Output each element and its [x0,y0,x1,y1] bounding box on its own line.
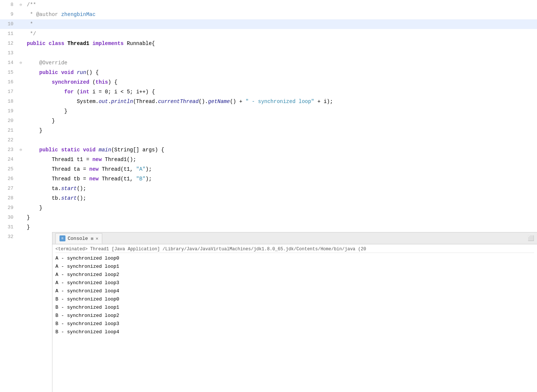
line-number-26: 26 [0,174,18,184]
console-tab-symbol: ⊠ [91,236,94,241]
code-content-30: } [24,213,30,222]
console-tab[interactable]: Console ⊠ ✕ [55,233,102,244]
console-output-line-10: B - synchronized loop4 [55,328,534,336]
code-line-21: 21 } [0,126,537,135]
fold-icon-8[interactable]: ⊖ [18,0,24,10]
console-output-line-9: B - synchronized loop3 [55,320,534,328]
code-line-29: 29 } [0,203,537,213]
line-number-29: 29 [0,203,18,213]
code-content-28: tb.start(); [24,193,86,203]
code-line-8: 8 ⊖ /** [0,0,537,10]
code-content-26: Thread tb = new Thread(t1, "B"); [24,174,152,184]
code-line-27: 27 ta.start(); [0,184,537,193]
console-tab-close[interactable]: ✕ [96,236,98,241]
code-content-24: Thread1 t1 = new Thread1(); [24,155,136,164]
fold-icon-23[interactable]: ⊖ [18,145,24,155]
console-output-line-8: B - synchronized loop2 [55,312,534,320]
line-number-19: 19 [0,106,18,116]
code-content-17: for (int i = 0; i < 5; i++) { [24,87,155,97]
line-number-15: 15 [0,68,18,77]
code-content-10: * [24,19,33,29]
code-content-19: } [24,106,67,116]
code-content-11: */ [24,29,36,39]
line-number-23: 23 [0,145,18,155]
code-content-20: } [24,116,55,126]
code-line-26: 26 Thread tb = new Thread(t1, "B"); [0,174,537,184]
line-number-24: 24 [0,155,18,164]
line-number-8: 8 [0,0,18,10]
code-content-15: public void run() { [24,68,99,77]
code-line-11: 11 */ [0,29,537,39]
console-output-line-3: A - synchronized loop2 [55,271,534,279]
code-lines: 8 ⊖ /** 9 * @author zhengbinMac 10 * 11 [0,0,537,242]
line-number-25: 25 [0,164,18,174]
line-number-28: 28 [0,193,18,203]
code-line-30: 30 } [0,213,537,222]
code-line-24: 24 Thread1 t1 = new Thread1(); [0,155,537,164]
code-line-20: 20 } [0,116,537,126]
code-content-12: public class Thread1 implements Runnable… [24,39,155,48]
line-number-10: 10 [0,19,18,29]
code-line-10: 10 * [0,19,537,29]
code-line-9: 9 * @author zhengbinMac [0,10,537,19]
console-panel: Console ⊠ ✕ ⬜ <terminated> Thread1 [Java… [52,232,537,392]
code-line-25: 25 Thread ta = new Thread(t1, "A"); [0,164,537,174]
code-line-16: 16 synchronized (this) { [0,77,537,87]
code-line-19: 19 } [0,106,537,116]
line-number-32: 32 [0,232,18,242]
code-line-14: 14 ⊖ @Override [0,58,537,68]
console-output-line-5: A - synchronized loop4 [55,287,534,295]
console-terminated-line: <terminated> Thread1 [Java Application] … [55,246,534,253]
console-output[interactable]: <terminated> Thread1 [Java Application] … [52,244,537,392]
code-content-18: System.out.println(Thread.currentThread(… [24,97,333,106]
code-content-9: * @author zhengbinMac [24,10,96,19]
console-output-line-7: B - synchronized loop1 [55,303,534,312]
code-line-17: 17 for (int i = 0; i < 5; i++) { [0,87,537,97]
code-content-14: @Override [24,58,67,68]
line-number-16: 16 [0,77,18,87]
line-number-21: 21 [0,126,18,135]
code-area: 8 ⊖ /** 9 * @author zhengbinMac 10 * 11 [0,0,537,392]
console-tab-label: Console [68,236,88,241]
code-line-31: 31 } [0,222,537,232]
console-icon [60,235,65,241]
code-content-23: public static void main(String[] args) { [24,145,164,155]
line-number-31: 31 [0,222,18,232]
code-content-31: } [24,222,30,232]
line-number-9: 9 [0,10,18,19]
fold-icon-14[interactable]: ⊖ [18,58,24,68]
line-number-11: 11 [0,29,18,39]
console-tab-bar: Console ⊠ ✕ ⬜ [52,232,537,244]
code-line-13: 13 [0,48,537,58]
code-content-8: /** [24,0,36,10]
code-content-29: } [24,203,42,213]
code-line-28: 28 tb.start(); [0,193,537,203]
code-line-22: 22 [0,135,537,145]
console-output-line-4: A - synchronized loop3 [55,279,534,287]
line-number-22: 22 [0,135,18,145]
code-line-23: 23 ⊖ public static void main(String[] ar… [0,145,537,155]
line-number-17: 17 [0,87,18,97]
line-number-12: 12 [0,39,18,48]
line-number-18: 18 [0,97,18,106]
line-number-30: 30 [0,213,18,222]
editor-container: 8 ⊖ /** 9 * @author zhengbinMac 10 * 11 [0,0,537,392]
line-number-14: 14 [0,58,18,68]
line-number-13: 13 [0,48,18,58]
console-maximize-button[interactable]: ⬜ [528,235,534,241]
line-number-27: 27 [0,184,18,193]
console-output-line-6: B - synchronized loop0 [55,295,534,303]
code-content-27: ta.start(); [24,184,86,193]
code-line-15: 15 public void run() { [0,68,537,77]
code-line-12: 12 public class Thread1 implements Runna… [0,39,537,48]
code-content-16: synchronized (this) { [24,77,118,87]
code-line-18: 18 System.out.println(Thread.currentThre… [0,97,537,106]
code-content-25: Thread ta = new Thread(t1, "A"); [24,164,152,174]
line-number-20: 20 [0,116,18,126]
console-output-line-2: A - synchronized loop1 [55,263,534,271]
code-content-21: } [24,126,42,135]
console-output-line-1: A - synchronized loop0 [55,254,534,263]
